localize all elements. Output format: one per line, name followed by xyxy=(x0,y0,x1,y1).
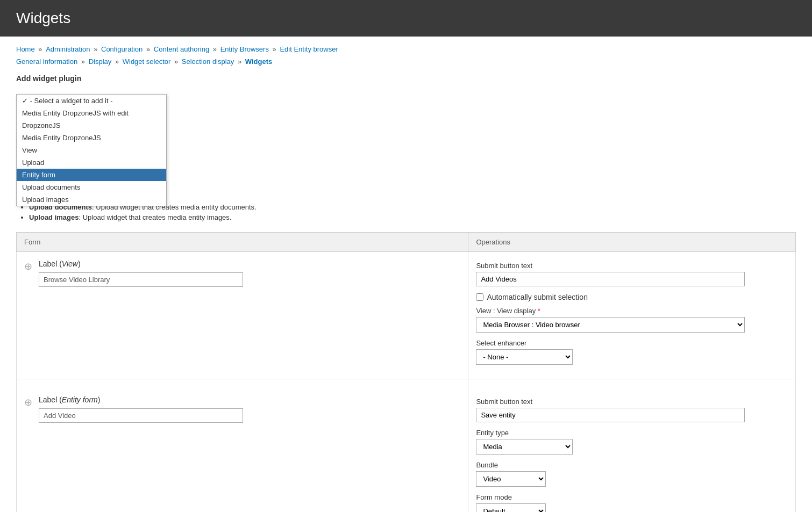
sub-breadcrumb-display[interactable]: Display xyxy=(89,57,112,66)
drag-handle-view[interactable]: ⊕ xyxy=(24,261,32,272)
submit-button-field-view: Submit button text xyxy=(476,262,788,286)
auto-submit-checkbox[interactable] xyxy=(476,293,483,301)
view-widget-label: Label (View) xyxy=(39,259,460,268)
ops-view: Submit button text Automatically submit … xyxy=(476,259,788,365)
dropdown-item-entity-form[interactable]: Entity form xyxy=(17,169,166,181)
breadcrumb-configuration[interactable]: Configuration xyxy=(101,45,143,53)
table-row: ⊕ Label (Entity form) Submit button text xyxy=(17,379,796,513)
entity-type-select[interactable]: Media xyxy=(476,439,573,455)
auto-submit-label: Automatically submit selection xyxy=(487,293,588,301)
desc-item-upload-images: Upload images: Upload widget that create… xyxy=(29,213,796,221)
widgets-table: Form Operations ⊕ Label (View) xyxy=(16,232,796,512)
sub-breadcrumb-widget-selector[interactable]: Widget selector xyxy=(123,57,171,66)
sub-breadcrumb: General information » Display » Widget s… xyxy=(16,57,796,66)
entity-type-label: Entity type xyxy=(476,429,788,437)
select-enhancer-field: Select enhancer - None - xyxy=(476,339,788,365)
view-label-input[interactable] xyxy=(39,272,243,287)
dropdown-item-media-dropzonejs-edit[interactable]: Media Entity DropzoneJS with edit xyxy=(17,107,166,119)
page-header: Widgets xyxy=(0,0,812,37)
submit-text-input-view[interactable] xyxy=(476,272,745,286)
bundle-field: Bundle Video xyxy=(476,461,788,487)
widget-row-view: ⊕ Label (View) xyxy=(24,259,460,287)
dropdown-item-upload-documents[interactable]: Upload documents xyxy=(17,181,166,193)
entity-form-widget-label: Label (Entity form) xyxy=(39,395,460,404)
sub-breadcrumb-general[interactable]: General information xyxy=(16,57,77,66)
breadcrumb-administration[interactable]: Administration xyxy=(46,45,90,53)
entity-type-field: Entity type Media xyxy=(476,429,788,455)
col-operations: Operations xyxy=(468,233,796,252)
dropdown-item-upload-images[interactable]: Upload images xyxy=(17,193,166,206)
dropdown-item-media-dropzonejs[interactable]: Media Entity DropzoneJS xyxy=(17,132,166,144)
view-display-field: View : View display * Media Browser : Vi… xyxy=(476,307,788,333)
dropdown-item-select[interactable]: - Select a widget to add it - xyxy=(17,95,166,107)
form-cell-view: ⊕ Label (View) xyxy=(17,252,468,379)
breadcrumb: Home » Administration » Configuration » … xyxy=(16,45,796,53)
dropdown-item-view[interactable]: View xyxy=(17,144,166,156)
form-mode-label: Form mode xyxy=(476,493,788,501)
bundle-select[interactable]: Video xyxy=(476,471,546,487)
entity-form-label-input[interactable] xyxy=(39,408,243,423)
col-form: Form xyxy=(17,233,468,252)
add-widget-label: Add widget plugin xyxy=(16,74,796,83)
breadcrumb-entity-browsers[interactable]: Entity Browsers xyxy=(220,45,269,53)
widget-form-content-entity-form: Label (Entity form) xyxy=(39,395,460,423)
widget-row-entity-form: ⊕ Label (Entity form) xyxy=(24,395,460,423)
form-mode-field: Form mode Default xyxy=(476,493,788,512)
submit-label-view: Submit button text xyxy=(476,262,788,270)
select-enhancer-label: Select enhancer xyxy=(476,339,788,347)
ops-cell-view: Submit button text Automatically submit … xyxy=(468,252,796,379)
sub-breadcrumb-selection-display[interactable]: Selection display xyxy=(182,57,234,66)
form-mode-select[interactable]: Default xyxy=(476,503,546,512)
dropdown-item-upload[interactable]: Upload xyxy=(17,156,166,169)
auto-submit-row: Automatically submit selection xyxy=(476,293,788,301)
widget-form-content-view: Label (View) xyxy=(39,259,460,287)
view-display-select[interactable]: Media Browser : Video browser xyxy=(476,317,745,333)
sub-breadcrumb-widgets: Widgets xyxy=(245,57,272,66)
ops-cell-entity-form: Submit button text Entity type Media Bun… xyxy=(468,379,796,513)
breadcrumb-home[interactable]: Home xyxy=(16,45,35,53)
add-widget-section: Add widget plugin - Select a widget to a… xyxy=(16,74,796,96)
submit-label-entity-form: Submit button text xyxy=(476,398,788,406)
breadcrumb-edit-entity-browser[interactable]: Edit Entity browser xyxy=(280,45,338,53)
drag-handle-entity-form[interactable]: ⊕ xyxy=(24,396,32,408)
widget-dropdown-menu: - Select a widget to add it - Media Enti… xyxy=(16,94,167,206)
dropdown-item-dropzonejs[interactable]: DropzoneJS xyxy=(17,119,166,132)
bundle-label: Bundle xyxy=(476,461,788,469)
page-content: Home » Administration » Configuration » … xyxy=(0,37,812,512)
select-enhancer-select[interactable]: - None - xyxy=(476,349,573,365)
submit-text-input-entity-form[interactable] xyxy=(476,408,745,422)
submit-button-field-entity-form: Submit button text xyxy=(476,398,788,422)
form-cell-entity-form: ⊕ Label (Entity form) xyxy=(17,379,468,513)
breadcrumb-content-authoring[interactable]: Content authoring xyxy=(154,45,209,53)
view-display-label: View : View display * xyxy=(476,307,788,315)
page-title: Widgets xyxy=(16,10,796,27)
ops-entity-form: Submit button text Entity type Media Bun… xyxy=(476,395,788,512)
table-row: ⊕ Label (View) Submit button text xyxy=(17,252,796,379)
